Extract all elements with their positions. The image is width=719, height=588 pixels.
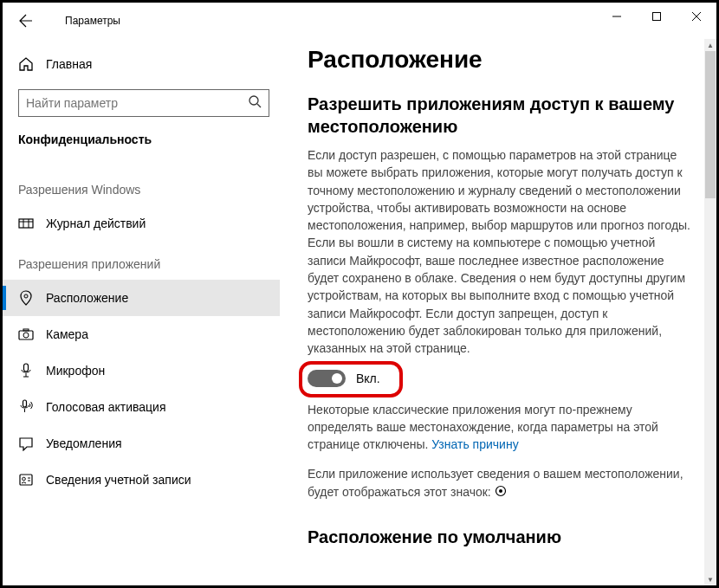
home-link[interactable]: Главная — [18, 48, 280, 81]
home-label: Главная — [46, 57, 92, 71]
location-indicator-icon — [495, 484, 507, 501]
nav-location[interactable]: Расположение — [3, 280, 280, 316]
maximize-icon — [652, 12, 661, 21]
svg-line-5 — [257, 104, 261, 107]
next-section-heading: Расположение по умолчанию — [308, 526, 690, 548]
svg-rect-14 — [24, 364, 29, 372]
icon-note-prefix: Если приложение использует сведения о ва… — [308, 467, 683, 481]
svg-rect-17 — [23, 400, 27, 407]
home-icon — [18, 56, 46, 72]
nav-label: Расположение — [46, 291, 128, 305]
nav-label: Уведомления — [46, 436, 122, 450]
minimize-icon — [612, 12, 621, 21]
search-input[interactable] — [26, 96, 249, 110]
camera-icon — [18, 326, 46, 342]
close-button[interactable] — [677, 3, 716, 30]
svg-point-4 — [249, 96, 258, 105]
window-title: Параметры — [65, 15, 120, 27]
nav-label: Микрофон — [46, 364, 105, 378]
sidebar: Главная Конфиденциальность Разрешения Wi… — [3, 39, 280, 585]
svg-rect-13 — [23, 329, 29, 331]
toggle-knob — [332, 373, 342, 384]
vertical-scrollbar[interactable]: ▲ ▼ — [704, 39, 716, 585]
svg-rect-6 — [19, 219, 33, 228]
window-controls — [597, 3, 716, 30]
settings-window: Параметры Главная — [3, 3, 716, 585]
nav-notifications[interactable]: Уведомления — [3, 425, 280, 462]
category-title: Конфиденциальность — [18, 132, 280, 146]
search-icon — [249, 95, 262, 111]
learn-why-link[interactable]: Узнать причину — [431, 437, 518, 451]
close-icon — [692, 12, 701, 21]
location-toggle-row: Вкл. — [308, 370, 690, 387]
back-arrow-icon — [19, 14, 33, 28]
page-heading: Расположение — [308, 46, 690, 74]
voice-activation-icon — [18, 399, 46, 415]
scrollbar-down-arrow-icon[interactable]: ▼ — [704, 573, 716, 585]
section-app-permissions: Разрешения приложений — [18, 257, 280, 271]
nav-voice-activation[interactable]: Голосовая активация — [3, 389, 280, 425]
maximize-button[interactable] — [637, 3, 677, 30]
nav-camera[interactable]: Камера — [3, 316, 280, 352]
search-box[interactable] — [18, 89, 269, 117]
svg-point-20 — [23, 477, 26, 481]
nav-label: Камера — [46, 327, 88, 341]
section-heading: Разрешить приложениям доступ к вашему ме… — [308, 93, 690, 138]
icon-note-suffix: будет отображаться этот значок: — [308, 485, 495, 499]
svg-rect-1 — [653, 13, 661, 21]
location-icon-note: Если приложение использует сведения о ва… — [308, 465, 690, 501]
scrollbar-thumb[interactable] — [705, 51, 716, 198]
microphone-icon — [18, 363, 46, 378]
toggle-state-label: Вкл. — [356, 372, 380, 385]
svg-point-10 — [24, 294, 28, 298]
nav-activity-history[interactable]: Журнал действий — [3, 205, 280, 242]
nav-account-info[interactable]: Сведения учетной записи — [3, 462, 280, 498]
nav-label: Голосовая активация — [46, 400, 166, 414]
location-icon — [18, 290, 46, 306]
svg-point-12 — [23, 333, 29, 338]
section-windows-permissions: Разрешения Windows — [18, 183, 280, 197]
activity-history-icon — [18, 216, 46, 231]
section-description: Если доступ разрешен, с помощью параметр… — [308, 146, 690, 358]
back-button[interactable] — [11, 6, 41, 36]
scrollbar-up-arrow-icon[interactable]: ▲ — [704, 39, 716, 51]
nav-label: Сведения учетной записи — [46, 473, 191, 487]
notifications-icon — [18, 436, 46, 451]
svg-point-24 — [499, 489, 502, 493]
svg-rect-19 — [20, 475, 32, 485]
nav-microphone[interactable]: Микрофон — [3, 352, 280, 389]
legacy-apps-note: Некоторые классические приложения могут … — [308, 401, 690, 454]
location-toggle[interactable] — [308, 370, 346, 387]
nav-label: Журнал действий — [46, 216, 146, 230]
main-content: Расположение Разрешить приложениям досту… — [280, 39, 716, 585]
account-info-icon — [18, 472, 46, 488]
minimize-button[interactable] — [597, 3, 637, 30]
